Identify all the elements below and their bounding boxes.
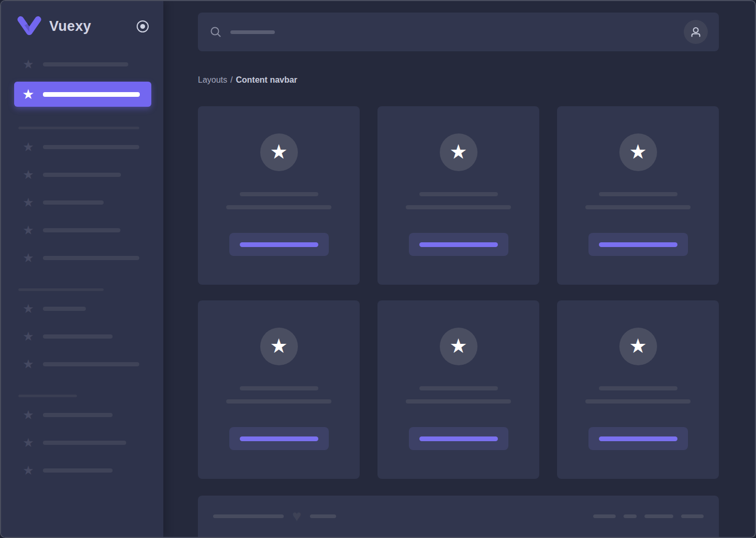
main-content: Layouts/Content navbar ★★★★★★ ♥: [163, 1, 755, 537]
sidebar-item-label-bar: [43, 441, 126, 445]
footer: ♥: [198, 496, 719, 538]
skeleton-card: ★: [198, 106, 360, 285]
star-icon: ★: [449, 336, 467, 356]
card-title-bar: [419, 192, 498, 196]
sidebar-item[interactable]: ★: [14, 164, 151, 185]
star-icon: ★: [22, 224, 35, 237]
star-icon: ★: [22, 169, 35, 181]
star-icon: ★: [22, 87, 35, 101]
sidebar-item-label-bar: [43, 468, 113, 473]
sidebar-item-label-bar: [43, 362, 139, 366]
menu-section-header-bar: [18, 127, 139, 129]
card-subtitle-bar: [406, 399, 511, 404]
star-badge: ★: [619, 133, 657, 171]
sidebar-item[interactable]: ★: [14, 54, 151, 75]
star-icon: ★: [22, 464, 35, 477]
star-icon: ★: [22, 436, 35, 449]
star-icon: ★: [22, 302, 35, 315]
star-badge: ★: [440, 133, 477, 171]
card-subtitle-bar: [226, 205, 331, 209]
star-icon: ★: [629, 336, 647, 356]
footer-link-bar: [593, 514, 616, 518]
vuexy-logo-icon: [17, 15, 42, 37]
card-title-bar: [599, 192, 677, 196]
footer-link-bar: [681, 514, 704, 518]
card-title-bar: [419, 386, 498, 390]
sidebar-item-label-bar: [43, 173, 121, 177]
skeleton-card: ★: [198, 300, 360, 479]
footer-right: [593, 514, 704, 518]
star-badge: ★: [260, 133, 298, 171]
skeleton-card: ★: [377, 106, 539, 285]
sidebar-item[interactable]: ★: [14, 432, 151, 453]
footer-text-bar: [213, 514, 284, 518]
sidebar-item-label-bar: [43, 62, 128, 66]
skeleton-card: ★: [557, 300, 719, 479]
menu-section-header-bar: [18, 395, 77, 397]
breadcrumb-separator: /: [230, 75, 232, 84]
sidebar-item-label-bar: [43, 228, 120, 232]
sidebar-item-label-bar: [43, 145, 139, 149]
sidebar-item-label-bar: [43, 307, 86, 311]
card-action-button[interactable]: [588, 233, 688, 256]
user-avatar[interactable]: [684, 20, 708, 44]
breadcrumb-section[interactable]: Layouts: [198, 75, 227, 84]
star-icon: ★: [22, 141, 35, 153]
star-icon: ★: [22, 409, 35, 421]
sidebar-item[interactable]: ★: [14, 192, 151, 213]
star-icon: ★: [270, 142, 287, 162]
person-icon: [689, 25, 703, 39]
card-action-button[interactable]: [588, 427, 688, 450]
sidebar-item[interactable]: ★: [14, 248, 151, 268]
sidebar-item[interactable]: ★: [14, 298, 151, 319]
brand-title: Vuexy: [49, 18, 91, 35]
card-action-button[interactable]: [409, 427, 508, 450]
button-label-bar: [419, 242, 498, 247]
sidebar-menu: ★★★★★★★★★★★★★: [1, 51, 163, 481]
sidebar: Vuexy ★★★★★★★★★★★★★: [1, 1, 163, 537]
sidebar-item-active[interactable]: ★: [14, 82, 151, 107]
button-label-bar: [599, 242, 677, 247]
app-window: Vuexy ★★★★★★★★★★★★★: [0, 0, 756, 538]
footer-link-bar: [644, 514, 673, 518]
star-icon: ★: [22, 252, 35, 264]
search-icon: [210, 26, 221, 38]
sidebar-item-label-bar: [43, 413, 113, 417]
button-label-bar: [240, 436, 318, 441]
search-placeholder-bar: [230, 30, 275, 34]
card-subtitle-bar: [585, 205, 691, 209]
card-subtitle-bar: [226, 399, 331, 404]
footer-link-bar: [624, 514, 637, 518]
card-title-bar: [240, 192, 318, 196]
button-label-bar: [599, 436, 677, 441]
star-icon: ★: [22, 330, 35, 343]
menu-section-header-bar: [18, 288, 104, 291]
star-badge: ★: [619, 328, 657, 365]
footer-left: ♥: [213, 508, 336, 524]
sidebar-item[interactable]: ★: [14, 220, 151, 241]
brand[interactable]: Vuexy: [17, 15, 91, 37]
star-icon: ★: [449, 142, 467, 162]
sidebar-item-label-bar: [43, 334, 113, 339]
breadcrumb-current: Content navbar: [236, 75, 297, 84]
card-action-button[interactable]: [229, 427, 329, 450]
button-label-bar: [240, 242, 318, 247]
star-icon: ★: [22, 196, 35, 209]
cards-grid: ★★★★★★: [198, 106, 719, 479]
card-action-button[interactable]: [229, 233, 329, 256]
card-subtitle-bar: [406, 205, 511, 209]
sidebar-item[interactable]: ★: [14, 354, 151, 375]
star-icon: ★: [629, 142, 647, 162]
sidebar-item[interactable]: ★: [14, 405, 151, 425]
top-navbar: [198, 13, 719, 51]
menu-pin-toggle-icon[interactable]: [136, 19, 150, 33]
sidebar-item[interactable]: ★: [14, 137, 151, 158]
search-input[interactable]: [210, 26, 684, 38]
sidebar-header: Vuexy: [1, 1, 163, 51]
star-icon: ★: [22, 358, 35, 371]
footer-text-bar: [310, 514, 336, 518]
sidebar-item-label-bar: [43, 92, 140, 97]
sidebar-item[interactable]: ★: [14, 326, 151, 347]
card-action-button[interactable]: [409, 233, 508, 256]
sidebar-item[interactable]: ★: [14, 460, 151, 481]
